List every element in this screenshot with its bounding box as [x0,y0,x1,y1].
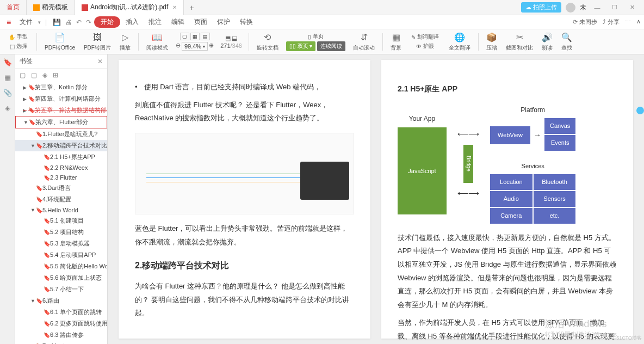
eye-protect[interactable]: 👁护眼 [414,42,436,51]
continuous-read[interactable]: 连续阅读 [317,41,345,51]
bm-tool-1[interactable]: ▢ [20,71,26,79]
bookmark-item[interactable]: ▼🔖5.Hello World [15,205,107,215]
view-icon-1[interactable]: ▢ [180,33,189,40]
app-menu-icon[interactable]: ≡ [3,17,14,28]
trend-chart [135,133,354,214]
bookmark-item[interactable]: ▼🔖第六章、Flutter部分 [15,116,107,128]
view-icon-3[interactable]: ▤ [201,33,210,40]
print-icon[interactable]: 🖨 [64,19,73,26]
menu-insert[interactable]: 插入 [121,16,143,28]
single-page[interactable]: ▯单页 [306,32,326,41]
bookmark-item[interactable]: 🔖2.1 H5+原生APP [15,151,107,163]
bookmark-item[interactable]: 🔖2.3 Flutter [15,173,107,182]
bookmark-panel-icon[interactable]: 🔖 [3,58,12,66]
hand-tool[interactable]: ✋手型 [7,33,30,41]
menu-page[interactable]: 页面 [190,16,212,28]
cloud-upload-button[interactable]: ☁拍照上传 [521,2,561,13]
bookmark-item[interactable]: 🔖5.3 启动模拟器 [15,238,107,249]
template-icon [33,4,40,11]
read-aloud[interactable]: 🔊朗读 [538,32,556,52]
view-icon-2[interactable]: ▦ [190,33,200,40]
full-translate[interactable]: 🌐全文翻译 [445,32,474,52]
scribble-translate[interactable]: ✎划词翻译 [409,33,441,41]
bookmark-item[interactable]: 🔖6.3 路由传参 [15,329,107,341]
collapse-icon[interactable]: ∧ [636,18,641,26]
bookmark-item[interactable]: 🔖5.2 项目结构 [15,226,107,238]
redo-icon[interactable]: ↷ [84,19,93,26]
menu-protect[interactable]: 保护 [213,16,234,28]
minimize-button[interactable]: — [591,4,604,11]
select-tool[interactable]: ⬚选择 [8,42,29,51]
screenshot-compare[interactable]: ✂截图和对比 [503,32,536,52]
bookmark-item[interactable]: 🔖5.4 启动项目APP [15,249,107,261]
bm-tool-3[interactable]: ◈ [42,71,47,79]
bookmark-item[interactable]: 🔖5.6 给页面加上状态 [15,272,107,284]
share-button[interactable]: ⤴ 分享 [603,18,620,26]
tab-file[interactable]: Android知识...试&进阶).pdf✕ [75,0,184,15]
bookmark-item[interactable]: 🔖5.7 小结一下 [15,284,107,295]
select-icon: ⬚ [10,44,15,50]
bookmark-panel: 书签 ✕ ▢ ▢ ◈ ⊞ ▶🔖第三章、Kotlin 部分▶🔖第四章、计算机网络部… [15,54,108,344]
avatar[interactable] [566,3,575,13]
compress[interactable]: 📦压缩 [483,32,500,52]
close-button[interactable]: ✕ [626,4,639,11]
fit-icon-1[interactable]: ⬒ [225,35,231,42]
bookmark-item[interactable]: ▶🔖第五章、算法与数据结构部分 [15,105,107,116]
read-mode[interactable]: 📖阅读模式 [143,32,171,52]
menu-file[interactable]: 文件 [15,16,37,28]
bookmark-item[interactable]: 🔖6.2 更多页面跳转使用路由表 [15,318,107,329]
background[interactable]: ▦背景 [387,32,405,52]
bookmark-item[interactable]: ▼🔖7.widget [15,341,107,344]
maximize-button[interactable]: ☐ [608,4,621,11]
bookmark-item[interactable]: ▼🔖6.路由 [15,295,107,306]
pdf-to-office[interactable]: 📄PDF转Office [41,32,78,52]
attachment-panel-icon[interactable]: 📎 [3,88,12,97]
page-left: 使用 Dart 语言，目前已经支持同时编译成 Web 端代码， 到底值不值得跟进… [119,60,370,339]
menu-convert[interactable]: 转换 [236,16,257,28]
sync-status[interactable]: ⟳ 未同步 [573,18,597,26]
fit-icon-2[interactable]: ⬓ [232,35,237,42]
double-page[interactable]: ▯▯ 双页 ▾ [286,41,316,51]
tab-add[interactable]: + [184,3,199,12]
bookmark-item[interactable]: 🔖3.Dart语言 [15,182,107,194]
bookmark-item[interactable]: 🔖5.5 简化版的Hello World [15,261,107,272]
bookmark-item[interactable]: 🔖6.1 单个页面的跳转 [15,306,107,318]
bookmark-item[interactable]: 🔖1.Flutter是啥玩意儿? [15,128,107,140]
menu-edit[interactable]: 编辑 [167,16,189,28]
page-number[interactable]: 271/346 [220,42,242,49]
close-icon[interactable]: ✕ [172,4,177,10]
auto-scroll[interactable]: ⇵自动滚动 [350,32,378,52]
bm-tool-2[interactable]: ▢ [31,71,37,79]
dia-app-box: JavaScript [398,127,447,214]
arrow-icon: ⟵⟶ [457,186,479,201]
bookmark-item[interactable]: 🔖4.环境配置 [15,194,107,205]
bookmark-item[interactable]: ▶🔖第四章、计算机网络部分 [15,93,107,105]
single-icon: ▯ [308,34,311,40]
floating-action-icon[interactable] [636,107,644,114]
tab-template[interactable]: 稻壳模板 [27,0,75,15]
dia-bridge-box: Bridge [463,145,473,183]
layers-panel-icon[interactable]: ◈ [3,103,12,112]
bookmark-item[interactable]: ▶🔖第三章、Kotlin 部分 [15,82,107,93]
menu-start[interactable]: 开始 [94,16,120,28]
bookmark-item[interactable]: 🔖2.2 RN&Weex [15,163,107,173]
bm-tool-4[interactable]: ⊞ [53,71,58,79]
office-icon: 📄 [54,32,65,43]
pdf-to-image[interactable]: 🖼PDF转图片 [81,32,114,52]
undo-icon[interactable]: ↶ [75,19,83,26]
document-viewport[interactable]: 使用 Dart 语言，目前已经支持同时编译成 Web 端代码， 到底值不值得跟进… [108,54,644,344]
menu-annotate[interactable]: 批注 [144,16,166,28]
bookmark-item[interactable]: 🔖5.1 创建项目 [15,215,107,226]
panel-close-icon[interactable]: ✕ [97,58,103,65]
play[interactable]: ▷播放 [116,32,134,52]
more-icon[interactable]: ⋯ [625,18,631,26]
zoom-in-icon[interactable]: ⊕ [209,42,214,51]
rotate[interactable]: ⟲旋转文档 [253,32,282,52]
bookmark-item[interactable]: ▼🔖2.移动端跨平台技术对比 [15,140,107,151]
zoom-level[interactable]: 99.4%▾ [182,42,208,51]
find[interactable]: 🔍查找 [558,32,575,52]
save-icon[interactable]: 💾 [51,19,63,26]
tab-home[interactable]: 首页 [0,0,27,15]
zoom-out-icon[interactable]: ⊖ [176,42,181,51]
thumbnail-panel-icon[interactable]: ▦ [3,73,12,82]
